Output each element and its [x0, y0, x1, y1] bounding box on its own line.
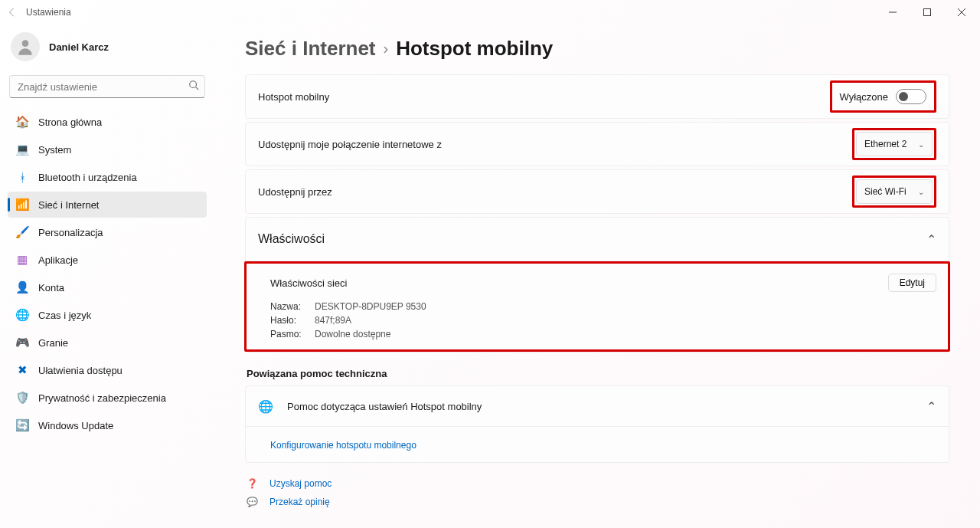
- svg-point-2: [22, 40, 29, 47]
- help-icon: ❓: [247, 478, 259, 489]
- chevron-right-icon: ›: [384, 40, 389, 57]
- related-heading: Powiązana pomoc techniczna: [247, 368, 949, 379]
- password-label: Hasło:: [270, 315, 309, 326]
- shield-icon: 🛡️: [15, 391, 29, 405]
- nav-privacy[interactable]: 🛡️Prywatność i zabezpieczenia: [8, 385, 207, 411]
- hotspot-row: Hotspot mobilny Wyłączone: [246, 75, 949, 118]
- chevron-up-icon: ⌃: [926, 232, 936, 247]
- row-label: Udostępnij moje połączenie internetowe z: [258, 139, 442, 150]
- nav-label: System: [38, 144, 71, 156]
- nav-label: Ułatwienia dostępu: [38, 365, 122, 376]
- close-button[interactable]: [944, 1, 978, 24]
- nav-label: Windows Update: [38, 420, 113, 431]
- globe-icon: 🌐: [258, 399, 273, 414]
- help-link[interactable]: Konfigurowanie hotspotu mobilnego: [270, 440, 416, 451]
- globe-icon: 🌐: [15, 308, 29, 322]
- dropdown-value: Ethernet 2: [864, 139, 906, 149]
- help-expander[interactable]: 🌐 Pomoc dotycząca ustawień Hotspot mobil…: [246, 386, 949, 426]
- breadcrumb: Sieć i Internet › Hotspot mobilny: [245, 37, 949, 61]
- share-from-row: Udostępnij moje połączenie internetowe z…: [246, 123, 949, 166]
- nav-label: Aplikacje: [38, 254, 78, 266]
- nav-label: Czas i język: [38, 310, 91, 321]
- profile[interactable]: Daniel Karcz: [8, 29, 207, 75]
- hotspot-toggle[interactable]: [896, 89, 926, 104]
- chevron-down-icon: ⌄: [918, 140, 924, 149]
- share-from-dropdown[interactable]: Ethernet 2 ⌄: [856, 132, 933, 156]
- properties-body: Właściwości sieci Edytuj Nazwa: DESKTOP-…: [246, 261, 949, 352]
- nav-system[interactable]: 💻System: [8, 136, 207, 162]
- edit-button[interactable]: Edytuj: [888, 274, 936, 292]
- highlight-frame: Sieć Wi-Fi ⌄: [852, 175, 936, 208]
- nav-accounts[interactable]: 👤Konta: [8, 274, 207, 300]
- properties-expander[interactable]: Właściwości ⌃: [246, 218, 949, 261]
- help-card: 🌐 Pomoc dotycząca ustawień Hotspot mobil…: [245, 385, 949, 463]
- home-icon: 🏠: [15, 115, 29, 129]
- bluetooth-icon: ᚼ: [15, 170, 29, 184]
- link-label: Przekaż opinię: [270, 497, 330, 507]
- properties-card: Właściwości ⌃ Właściwości sieci Edytuj N…: [245, 217, 949, 353]
- toggle-state: Wyłączone: [840, 91, 888, 103]
- chevron-down-icon: ⌄: [918, 188, 924, 196]
- properties-heading: Właściwości sieci: [270, 277, 347, 289]
- minimize-button[interactable]: [875, 1, 910, 24]
- titlebar: Ustawienia: [0, 0, 980, 25]
- highlight-frame: Ethernet 2 ⌄: [852, 128, 936, 160]
- name-value: DESKTOP-8DPU9EP 9530: [315, 301, 936, 312]
- wifi-icon: 📶: [15, 198, 29, 212]
- brush-icon: 🖌️: [15, 225, 29, 239]
- avatar: [11, 32, 40, 61]
- back-button[interactable]: [2, 2, 23, 23]
- row-label: Udostępnij przez: [258, 186, 332, 198]
- band-value: Dowolne dostępne: [315, 329, 936, 339]
- nav-personalization[interactable]: 🖌️Personalizacja: [8, 219, 207, 245]
- person-icon: 👤: [15, 280, 29, 294]
- share-from-card: Udostępnij moje połączenie internetowe z…: [245, 122, 949, 166]
- nav-bluetooth[interactable]: ᚼBluetooth i urządzenia: [8, 164, 207, 190]
- search-container: [9, 75, 205, 98]
- maximize-button[interactable]: [910, 1, 944, 24]
- feedback-link[interactable]: 💬 Przekaż opinię: [245, 495, 949, 509]
- row-label: Hotspot mobilny: [258, 91, 329, 103]
- nav-accessibility[interactable]: ✖‍Ułatwienia dostępu: [8, 357, 207, 383]
- user-name: Daniel Karcz: [49, 41, 109, 53]
- gamepad-icon: 🎮: [15, 336, 29, 349]
- nav-apps[interactable]: ▦Aplikacje: [8, 247, 207, 273]
- apps-icon: ▦: [15, 253, 29, 267]
- accessibility-icon: ✖‍: [15, 363, 29, 377]
- dropdown-value: Sieć Wi-Fi: [864, 186, 906, 197]
- page-title: Hotspot mobilny: [396, 37, 553, 61]
- share-over-card: Udostępnij przez Sieć Wi-Fi ⌄: [245, 169, 949, 214]
- nav-label: Konta: [38, 282, 64, 294]
- nav-label: Strona główna: [38, 116, 102, 128]
- breadcrumb-parent[interactable]: Sieć i Internet: [245, 37, 376, 61]
- svg-point-3: [190, 81, 197, 88]
- feedback-icon: 💬: [247, 497, 259, 507]
- link-label: Uzyskaj pomoc: [270, 478, 332, 489]
- nav-label: Bluetooth i urządzenia: [38, 172, 137, 183]
- nav-time[interactable]: 🌐Czas i język: [8, 302, 207, 328]
- nav-home[interactable]: 🏠Strona główna: [8, 109, 207, 135]
- nav-label: Personalizacja: [38, 227, 103, 238]
- footer-links: ❓ Uzyskaj pomoc 💬 Przekaż opinię: [245, 477, 949, 509]
- search-input[interactable]: [9, 75, 205, 98]
- help-title: Pomoc dotycząca ustawień Hotspot mobilny: [287, 401, 482, 412]
- window-title: Ustawienia: [26, 7, 71, 18]
- nav-update[interactable]: 🔄Windows Update: [8, 412, 207, 438]
- sidebar: Daniel Karcz 🏠Strona główna 💻System ᚼBlu…: [0, 25, 214, 528]
- get-help-link[interactable]: ❓ Uzyskaj pomoc: [245, 477, 949, 490]
- hotspot-card: Hotspot mobilny Wyłączone: [245, 74, 949, 119]
- search-icon: [188, 80, 199, 93]
- svg-rect-1: [923, 9, 930, 16]
- share-over-dropdown[interactable]: Sieć Wi-Fi ⌄: [856, 179, 933, 204]
- nav: 🏠Strona główna 💻System ᚼBluetooth i urzą…: [8, 109, 207, 438]
- password-value: 847f;89A: [315, 315, 936, 326]
- nav-network[interactable]: 📶Sieć i Internet: [8, 192, 207, 218]
- nav-gaming[interactable]: 🎮Granie: [8, 330, 207, 356]
- system-icon: 💻: [15, 143, 29, 156]
- update-icon: 🔄: [15, 418, 29, 432]
- nav-label: Sieć i Internet: [38, 199, 100, 211]
- chevron-up-icon: ⌃: [926, 399, 936, 414]
- svg-line-4: [196, 87, 199, 90]
- share-over-row: Udostępnij przez Sieć Wi-Fi ⌄: [246, 170, 949, 213]
- main-content: Sieć i Internet › Hotspot mobilny Hotspo…: [214, 25, 980, 528]
